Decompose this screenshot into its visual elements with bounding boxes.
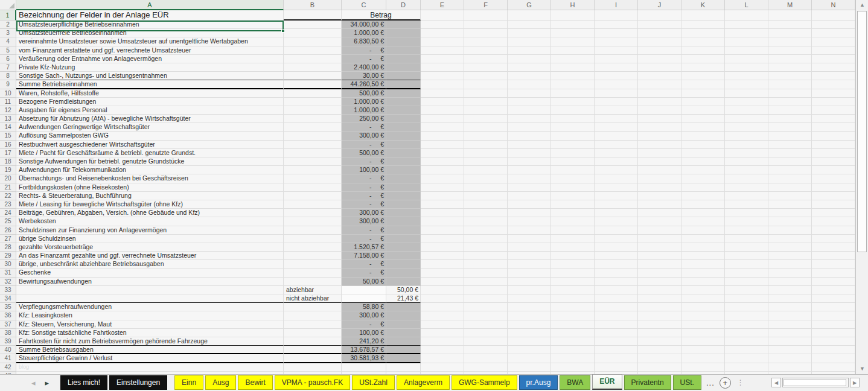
scroll-up-icon[interactable]: ▲ <box>857 1 867 10</box>
sheet-tab-lies-mich-[interactable]: Lies mich! <box>60 375 107 390</box>
amount2-cell[interactable] <box>386 320 421 329</box>
row-header[interactable]: 28 <box>0 243 16 252</box>
amount2-cell[interactable] <box>386 166 421 174</box>
sublabel-cell[interactable] <box>284 209 342 217</box>
label-cell[interactable]: Veräußerung oder Entnahme von Anlageverm… <box>16 55 284 63</box>
label-cell[interactable]: Rechts- & Steuerberatung, Buchführung <box>16 192 284 200</box>
sublabel-cell[interactable] <box>284 55 342 63</box>
amount2-cell[interactable] <box>386 29 421 37</box>
amount-cell[interactable]: - € <box>342 226 386 235</box>
column-header-J[interactable]: J <box>638 0 681 10</box>
row-header[interactable]: 16 <box>0 141 16 149</box>
amount2-cell[interactable] <box>386 63 421 72</box>
amount2-cell[interactable] <box>386 269 421 277</box>
sublabel-cell[interactable] <box>284 29 342 37</box>
amount2-cell[interactable] <box>386 89 421 98</box>
amount2-cell[interactable] <box>386 123 421 132</box>
sublabel-cell[interactable]: nicht abziehbar <box>284 294 342 303</box>
sheet-tab-eür[interactable]: EÜR <box>592 374 622 390</box>
row-header[interactable]: 29 <box>0 252 16 260</box>
amount2-cell[interactable] <box>386 149 421 157</box>
column-header-F[interactable]: F <box>464 0 508 10</box>
sheet-tab-ausg[interactable]: Ausg <box>205 375 236 390</box>
label-cell[interactable] <box>16 286 284 294</box>
sublabel-cell[interactable] <box>284 72 342 80</box>
amount-cell[interactable]: 300,00 € <box>342 217 386 226</box>
amount-cell[interactable]: - € <box>342 235 386 243</box>
label-cell[interactable]: Umsatzsteuerpflichtige Betriebseinnahmen <box>16 21 284 29</box>
column-header-G[interactable]: G <box>508 0 551 10</box>
amount2-cell[interactable] <box>386 98 421 106</box>
row-header[interactable]: 22 <box>0 192 16 200</box>
amount-cell[interactable]: 13.678,57 € <box>342 346 386 354</box>
label-cell[interactable]: vereinnahmte Umsatzsteuer sowie Umsatzst… <box>16 37 284 46</box>
amount2-cell[interactable] <box>386 157 421 166</box>
amount-cell[interactable]: 30.581,93 € <box>342 354 386 363</box>
amount-cell[interactable]: 300,00 € <box>342 132 386 140</box>
label-cell[interactable]: übrige Schuldzinsen <box>16 235 284 243</box>
label-cell[interactable]: Sonstige Aufwendungen für betriebl. genu… <box>16 157 284 166</box>
row-header[interactable]: 42 <box>0 363 16 372</box>
row-header[interactable]: 10 <box>0 89 16 98</box>
sublabel-cell[interactable] <box>284 354 342 363</box>
sublabel-cell[interactable] <box>284 346 342 354</box>
amount-cell[interactable]: 1.520,57 € <box>342 243 386 252</box>
sublabel-cell[interactable] <box>284 243 342 252</box>
sublabel-cell[interactable] <box>284 269 342 277</box>
amount-cell[interactable]: 1.000,00 € <box>342 29 386 37</box>
row-header[interactable]: 8 <box>0 72 16 80</box>
amount2-cell[interactable] <box>386 192 421 200</box>
amount2-cell[interactable] <box>386 183 421 192</box>
label-cell[interactable]: Ausgaben für eigenes Personal <box>16 106 284 115</box>
amount2-cell[interactable] <box>386 46 421 55</box>
sheet-tab-vpma-pausch-fk[interactable]: VPMA - pausch.FK <box>275 375 350 390</box>
label-cell[interactable]: Kfz: Sonstige tatsächliche Fahrtkosten <box>16 329 284 337</box>
label-cell[interactable]: Fortbildungskosten (ohne Reisekosten) <box>16 183 284 192</box>
sublabel-cell[interactable] <box>284 166 342 174</box>
amount2-cell[interactable] <box>386 235 421 243</box>
vertical-scrollbar[interactable]: ▲ ▼ <box>855 0 868 374</box>
column-header-E[interactable]: E <box>421 0 464 10</box>
label-cell[interactable]: Verpflegungsmehraufwendungen <box>16 303 284 311</box>
sublabel-cell[interactable] <box>284 123 342 132</box>
sublabel-cell[interactable] <box>284 21 342 29</box>
amount-cell[interactable]: 58,80 € <box>342 303 386 311</box>
label-cell[interactable]: Summe Betriebsausgaben <box>16 346 284 354</box>
row-header[interactable]: 12 <box>0 106 16 115</box>
sublabel-cell[interactable] <box>284 192 342 200</box>
amount2-cell[interactable] <box>386 55 421 63</box>
amount-cell[interactable]: - € <box>342 174 386 183</box>
sublabel-cell[interactable] <box>284 252 342 260</box>
sublabel-cell[interactable] <box>284 46 342 55</box>
sheet-tab-einstellungen[interactable]: Einstellungen <box>109 375 167 390</box>
amount2-cell[interactable] <box>386 252 421 260</box>
amount2-cell[interactable] <box>386 311 421 320</box>
row-header[interactable]: 14 <box>0 123 16 132</box>
amount2-cell[interactable] <box>386 21 421 29</box>
amount-cell[interactable]: - € <box>342 200 386 209</box>
amount2-cell[interactable] <box>386 260 421 269</box>
sublabel-cell[interactable] <box>284 226 342 235</box>
amount2-cell[interactable] <box>386 337 421 346</box>
sublabel-cell[interactable] <box>284 235 342 243</box>
column-header-D[interactable]: D <box>386 0 421 10</box>
row-header[interactable]: 32 <box>0 278 16 286</box>
label-cell[interactable] <box>16 294 284 303</box>
sublabel-cell[interactable] <box>284 115 342 123</box>
sheet-tab-bewirt[interactable]: Bewirt <box>238 375 272 390</box>
amount-cell[interactable]: 6.830,50 € <box>342 37 386 46</box>
column-header-A[interactable]: A <box>16 0 284 10</box>
row-header[interactable]: 7 <box>0 63 16 72</box>
sheet-tab-einn[interactable]: Einn <box>174 375 203 390</box>
amount-cell[interactable]: 241,20 € <box>342 337 386 346</box>
column-header-C[interactable]: C <box>342 0 386 10</box>
amount-cell[interactable]: 50,00 € <box>342 278 386 286</box>
amount2-cell[interactable] <box>386 80 421 89</box>
betrag-header-cell[interactable]: Betrag <box>342 10 421 21</box>
amount-cell[interactable]: 30,00 € <box>342 72 386 80</box>
sublabel-cell[interactable]: abziehbar <box>284 286 342 294</box>
column-header-K[interactable]: K <box>681 0 725 10</box>
row-header[interactable]: 26 <box>0 226 16 235</box>
scroll-down-icon[interactable]: ▼ <box>857 364 867 374</box>
row-header[interactable]: 41 <box>0 354 16 363</box>
